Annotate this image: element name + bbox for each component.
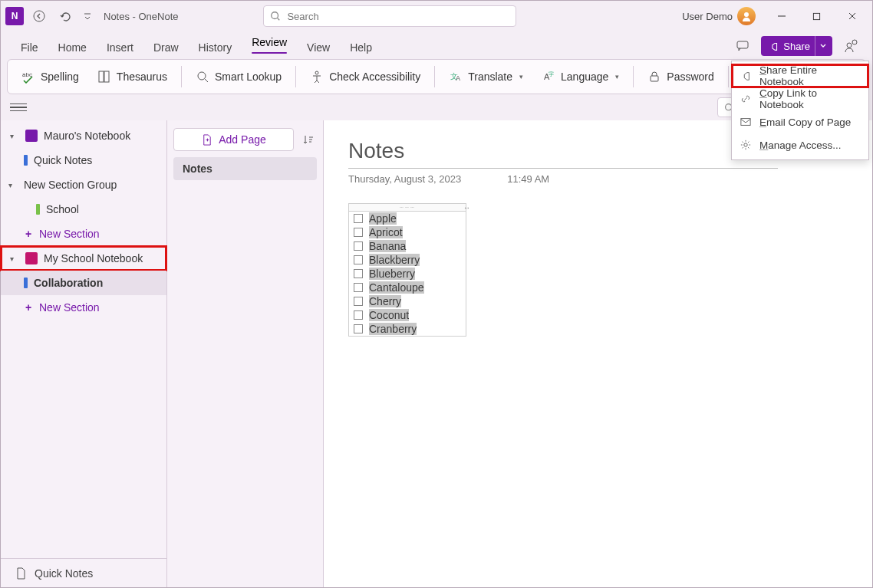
nav-toggle-button[interactable] [10,99,27,116]
chevron-down-icon[interactable]: ▾ [10,132,19,140]
smart-lookup-button[interactable]: Smart Lookup [188,66,289,87]
checkbox[interactable] [354,310,363,320]
undo-icon [59,10,71,22]
thesaurus-icon [97,70,111,84]
checklist-item[interactable]: Apricot [349,225,466,239]
checkbox[interactable] [354,214,363,223]
tab-draw[interactable]: Draw [144,36,188,59]
minimize-button[interactable] [766,4,797,28]
svg-rect-18 [741,119,750,126]
close-button[interactable] [837,4,868,28]
language-button[interactable]: A字 Language ▾ [534,66,627,87]
page-canvas[interactable]: Notes Thursday, August 3, 2023 11:49 AM … [323,120,872,587]
thesaurus-button[interactable]: Thesaurus [90,66,175,87]
section-collaboration[interactable]: Collaboration [1,271,166,295]
checkbox[interactable] [354,297,363,306]
tab-insert[interactable]: Insert [97,36,143,59]
notebook-icon [25,252,38,264]
translate-icon: 文A [449,70,463,84]
share-menu: Share Entire Notebook Copy Link to Noteb… [731,61,869,160]
svg-point-10 [198,72,206,80]
section-quick-notes[interactable]: Quick Notes [1,148,166,172]
checklist-item[interactable]: Blackberry [349,253,466,267]
svg-point-11 [315,71,318,74]
arrow-left-icon [33,10,45,22]
chevron-down-icon[interactable]: ▾ [8,181,18,189]
resize-handle-icon[interactable]: ↔ [463,204,472,212]
svg-text:abc: abc [22,71,32,78]
page-date: Thursday, August 3, 2023 [348,173,461,185]
title-underline [348,168,778,169]
checklist: AppleApricotBananaBlackberryBlueberryCan… [349,212,466,336]
svg-text:字: 字 [549,71,554,77]
checklist-item[interactable]: Cherry [349,294,466,308]
search-input[interactable]: Search [263,5,516,27]
section-group[interactable]: ▾ New Section Group [1,172,166,197]
menu-manage-access[interactable]: Manage Access... [732,133,868,156]
checkbox[interactable] [354,241,363,251]
maximize-button[interactable] [802,4,832,28]
window-title: Notes - OneNote [104,11,179,22]
search-placeholder: Search [287,11,318,22]
plus-icon: + [24,301,33,314]
new-section-button-1[interactable]: + New Section [1,222,166,246]
chevron-down-icon[interactable]: ▾ [10,255,19,263]
tab-history[interactable]: History [189,36,242,59]
checkbox[interactable] [354,324,363,333]
undo-button[interactable] [54,5,76,27]
checkbox[interactable] [354,255,363,264]
spelling-button[interactable]: abc Spelling [14,66,87,87]
comment-icon [736,40,749,52]
checklist-item[interactable]: Blueberry [349,267,466,281]
feedback-button[interactable] [840,36,861,56]
add-page-button[interactable]: Add Page [173,128,294,151]
section-school[interactable]: School [1,197,166,222]
translate-button[interactable]: 文A Translate ▾ [441,66,531,87]
checkbox[interactable] [354,283,363,292]
checklist-item[interactable]: Cantaloupe [349,281,466,294]
checklist-text: Coconut [369,309,409,321]
quick-notes-footer[interactable]: Quick Notes [1,558,166,587]
tab-review[interactable]: Review [242,31,296,59]
chevron-down-icon [84,12,91,20]
share-button[interactable]: Share [761,36,832,56]
new-section-button-2[interactable]: + New Section [1,295,166,320]
section-icon [24,278,28,288]
menu-copy-link[interactable]: Copy Link to Notebook [732,87,868,110]
check-accessibility-button[interactable]: Check Accessibility [302,66,428,87]
sort-pages-button[interactable] [300,131,317,148]
back-button[interactable] [28,5,50,27]
share-icon [769,41,779,51]
note-container[interactable]: ┄┄┄↔ AppleApricotBananaBlackberryBlueber… [348,203,466,337]
tab-file[interactable]: File [12,36,48,59]
checklist-item[interactable]: Banana [349,239,466,253]
svg-point-6 [852,40,857,44]
page-item-notes[interactable]: Notes [173,157,317,180]
checklist-item[interactable]: Apple [349,212,466,225]
checkbox[interactable] [354,269,363,278]
checklist-text: Cranberry [369,323,417,335]
notebook-my-school[interactable]: ▾ My School Notebook [1,246,166,271]
menu-share-entire-notebook[interactable]: Share Entire Notebook [732,64,868,87]
checklist-item[interactable]: Cranberry [349,322,466,336]
checkbox[interactable] [354,228,363,237]
tabs-right: Share [732,36,861,59]
tab-view[interactable]: View [298,36,339,59]
chevron-down-icon: ▾ [519,73,523,80]
qat-overflow-button[interactable] [81,5,94,27]
menu-email-copy[interactable]: Email Copy of Page [732,110,868,133]
section-icon [24,155,28,166]
checklist-item[interactable]: Coconut [349,308,466,322]
share-chevron[interactable] [815,36,826,56]
tab-help[interactable]: Help [341,36,381,59]
notebook-mauro[interactable]: ▾ Mauro's Notebook [1,123,166,148]
tab-home[interactable]: Home [49,36,96,59]
comments-button[interactable] [732,36,753,56]
note-container-handle[interactable]: ┄┄┄↔ [349,204,466,212]
account-button[interactable]: User Demo [682,7,756,25]
page-list: Add Page Notes [166,120,323,587]
section-icon [36,204,40,215]
minimize-icon [777,11,786,21]
password-button[interactable]: Password [640,66,721,87]
avatar [737,7,756,25]
